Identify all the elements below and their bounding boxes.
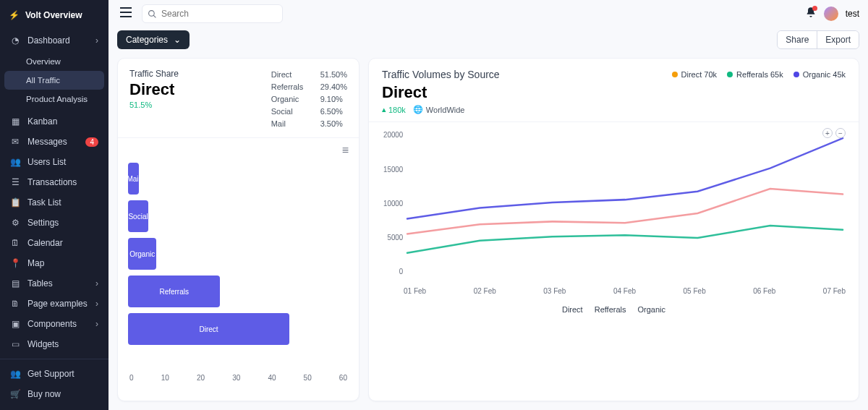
sidebar-item-transactions[interactable]: ☰Transactions [4, 172, 104, 192]
components-icon: ▣ [10, 319, 20, 329]
sidebar-item-task-list[interactable]: 📋Task List [4, 192, 104, 213]
legend-item: Direct 70k [672, 70, 718, 79]
messages-badge: 4 [85, 137, 98, 147]
legend-item: Refferals 65k [727, 70, 783, 79]
caret-up-icon: ▴ [382, 105, 386, 114]
sidebar: ⚡ Volt Overview ◔ Dashboard › Overview A… [0, 0, 109, 410]
gear-icon: ⚙ [10, 218, 20, 228]
bolt-icon: ⚡ [9, 10, 20, 20]
avatar[interactable] [824, 7, 838, 21]
chevron-down-icon: ⌄ [174, 35, 181, 45]
notification-dot [812, 6, 817, 11]
export-button[interactable]: Export [817, 31, 859, 48]
clipboard-icon: 📋 [10, 197, 20, 208]
grid-icon: ▦ [10, 116, 20, 127]
chevron-right-icon: › [95, 35, 98, 46]
svg-text:0: 0 [399, 268, 404, 276]
support-icon: 👥 [10, 369, 20, 379]
username: test [846, 9, 859, 19]
traffic-volume-card: Traffic Volumes by Source Direct 70kReff… [368, 58, 859, 401]
bar: Direct [128, 313, 289, 345]
chevron-right-icon: › [95, 319, 98, 329]
bar-row: Direct [128, 310, 349, 348]
hamburger-icon [120, 7, 132, 17]
brand[interactable]: ⚡ Volt Overview [0, 0, 109, 30]
legend-item: Organic 45k [793, 70, 846, 79]
globe-icon: 🌐 [413, 105, 423, 114]
sidebar-item-calendar[interactable]: 🗓Calendar [4, 233, 104, 253]
chart-menu-icon[interactable]: ≡ [342, 144, 349, 157]
zoom-in-button[interactable]: + [822, 128, 833, 138]
bar-row: Social [128, 197, 349, 235]
svg-text:20000: 20000 [383, 131, 403, 139]
main: test Categories ⌄ Share Export Traffic S… [109, 0, 868, 410]
toolbar: Categories ⌄ Share Export [109, 27, 868, 52]
sidebar-item-all-traffic[interactable]: All Traffic [4, 71, 104, 90]
svg-text:15000: 15000 [383, 165, 403, 173]
legend-item[interactable]: Organic [638, 305, 666, 314]
sidebar-item-page-examples[interactable]: 🗎Page examples› [4, 294, 104, 314]
bar: Mail [128, 163, 139, 195]
card-icon: ☰ [10, 177, 20, 187]
svg-text:10000: 10000 [383, 200, 403, 208]
chevron-right-icon: › [95, 278, 98, 289]
sidebar-item-buy-now[interactable]: 🛒Buy now [4, 384, 104, 404]
chevron-right-icon: › [95, 299, 98, 309]
sidebar-item-dashboard[interactable]: ◔ Dashboard › [4, 30, 104, 51]
users-icon: 👥 [10, 157, 20, 167]
content: Traffic Share Direct 51.5% Direct51.50% … [109, 52, 868, 410]
table-icon: ▤ [10, 278, 20, 289]
brand-label: Volt Overview [25, 10, 82, 20]
search-input[interactable] [161, 9, 282, 19]
card-subtitle: Traffic Share [129, 69, 179, 79]
sidebar-item-overview[interactable]: Overview [4, 52, 104, 71]
legend-dot [672, 72, 678, 77]
scope: 🌐WorldWide [413, 105, 465, 114]
line-chart: + − 05000100001500020000 01 Feb02 Feb03 … [369, 122, 859, 401]
svg-point-0 [148, 10, 154, 16]
pie-icon: ◔ [10, 35, 20, 46]
sidebar-item-product-analysis[interactable]: Product Analysis [4, 90, 104, 108]
search-field[interactable] [142, 4, 283, 23]
share-button[interactable]: Share [778, 31, 817, 48]
sidebar-item-users-list[interactable]: 👥Users List [4, 152, 104, 172]
traffic-share-card: Traffic Share Direct 51.5% Direct51.50% … [117, 58, 359, 401]
legend-dot [793, 72, 799, 77]
cart-icon: 🛒 [10, 389, 20, 399]
legend-item[interactable]: Refferals [595, 305, 626, 314]
chat-icon: ✉ [10, 137, 20, 147]
sidebar-item-widgets[interactable]: ▭Widgets [4, 334, 104, 354]
calendar-icon: 🗓 [10, 238, 20, 248]
card-percent: 51.5% [129, 101, 179, 109]
card-heading: Direct [382, 83, 846, 102]
zoom-out-button[interactable]: − [835, 128, 846, 138]
sidebar-item-components[interactable]: ▣Components› [4, 314, 104, 334]
delta-up: ▴180k [382, 105, 406, 114]
bar: Referrals [128, 276, 220, 307]
legend-item[interactable]: Direct [562, 305, 583, 314]
traffic-share-table: Direct51.50% Referrals29.40% Organic9.10… [271, 69, 347, 130]
sidebar-item-map[interactable]: 📍Map [4, 253, 104, 273]
sidebar-item-tables[interactable]: ▤Tables› [4, 273, 104, 294]
widgets-icon: ▭ [10, 339, 20, 349]
categories-button[interactable]: Categories ⌄ [117, 30, 190, 49]
page-icon: 🗎 [10, 299, 20, 309]
legend-top: Direct 70kRefferals 65kOrganic 45k [672, 70, 846, 79]
export-group: Share Export [777, 30, 859, 49]
card-title: Traffic Volumes by Source [382, 69, 500, 80]
bar-row: Mail [128, 160, 349, 197]
bar-chart: ≡ MailSocialOrganicReferralsDirect 01020… [118, 138, 359, 401]
notifications-button[interactable] [805, 7, 817, 21]
svg-line-1 [153, 15, 156, 17]
sidebar-item-kanban[interactable]: ▦Kanban [4, 111, 104, 132]
sidebar-item-messages[interactable]: ✉Messages4 [4, 132, 104, 152]
card-title: Direct [129, 80, 179, 99]
topbar: test [109, 0, 868, 27]
sidebar-item-get-support[interactable]: 👥Get Support [4, 364, 104, 384]
bar: Social [128, 200, 148, 232]
sidebar-item-settings[interactable]: ⚙Settings [4, 213, 104, 233]
hamburger-button[interactable] [117, 4, 135, 23]
pin-icon: 📍 [10, 258, 20, 268]
search-icon [142, 9, 161, 19]
bar-row: Organic [128, 235, 349, 273]
